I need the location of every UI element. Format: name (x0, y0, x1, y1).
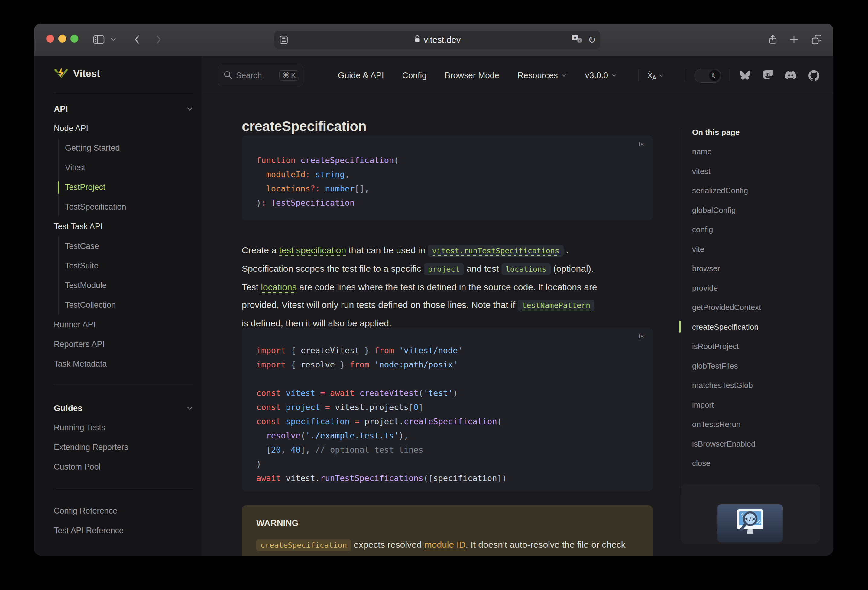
outline-item-ontestsrerun[interactable]: onTestsRerun (692, 415, 819, 434)
sidebar-item-testcase[interactable]: TestCase (65, 237, 193, 256)
outline-item-serializedconfig[interactable]: serializedConfig (692, 181, 819, 200)
outline-item-globalconfig[interactable]: globalConfig (692, 200, 819, 220)
sidebar-item-runner-api[interactable]: Runner API (54, 315, 193, 334)
code-block-example: ts import { createVitest } from 'vitest/… (242, 328, 653, 491)
bluesky-icon[interactable] (740, 71, 750, 80)
language-switcher[interactable]: ẋA (648, 65, 664, 86)
code-line: const project = vitest.projects[0] (256, 400, 507, 414)
code-line: import { createVitest } from 'vitest/nod… (256, 343, 507, 358)
code-line: [20, 40], // optional test lines (256, 443, 507, 457)
sidebar-section-api[interactable]: API (54, 99, 193, 119)
svg-text:m: m (766, 72, 770, 77)
sidebar-item-testcollection[interactable]: TestCollection (65, 295, 193, 315)
code-block-1-code: function createSpecification( moduleId: … (256, 153, 399, 210)
outline-item-vite[interactable]: vite (692, 240, 819, 259)
social-links: m (740, 65, 819, 86)
sidebar-item-testspecification[interactable]: TestSpecification (65, 197, 193, 217)
outline-item-config[interactable]: config (692, 220, 819, 240)
github-icon[interactable] (809, 70, 819, 81)
navbar-separator (685, 69, 685, 81)
doc-link[interactable]: test specification (279, 245, 346, 255)
nav-link-guide-api[interactable]: Guide & API (338, 71, 384, 80)
sidebar-section-label: Guides (54, 398, 83, 418)
close-window-button[interactable] (46, 35, 54, 43)
outline-item-provide[interactable]: provide (692, 278, 819, 298)
browser-window: vitest.dev Ax ↻ (34, 24, 833, 556)
text-run: are code lines where the test is defined… (297, 282, 597, 292)
nav-link-config[interactable]: Config (402, 71, 427, 80)
outline-item-globtestfiles[interactable]: globTestFiles (692, 356, 819, 376)
inline-code[interactable]: testNamePattern (518, 300, 595, 311)
sidebar-item-testsuite[interactable]: TestSuite (65, 256, 193, 276)
chevron-down-icon (186, 406, 193, 410)
share-icon[interactable] (768, 34, 778, 45)
outline-item-isbrowserenabled[interactable]: isBrowserEnabled (692, 434, 819, 454)
mastodon-icon[interactable]: m (763, 70, 773, 81)
outline-item-matchestestglob[interactable]: matchesTestGlob (692, 376, 819, 395)
sidebar-item-extending-reporters[interactable]: Extending Reporters (54, 437, 193, 457)
inline-code: project (424, 263, 464, 275)
sidebar-divider (54, 386, 193, 386)
outline-item-getprovidedcontext[interactable]: getProvidedContext (692, 298, 819, 317)
text-run: expects resolved (351, 540, 424, 550)
warning-callout: WARNING createSpecification expects reso… (242, 505, 653, 556)
outline-item-name[interactable]: name (692, 142, 819, 162)
back-button[interactable] (133, 34, 141, 45)
sidebar-item-test-task-api[interactable]: Test Task API (54, 217, 193, 237)
sidebar-item-getting-started[interactable]: Getting Started (65, 138, 193, 158)
sidebar-divider (54, 489, 193, 489)
theme-toggle[interactable]: ☾ (695, 69, 721, 83)
nav-link-browser-mode[interactable]: Browser Mode (444, 71, 499, 80)
inline-code[interactable]: vitest.runTestSpecifications (428, 245, 563, 257)
sidebar-item-reporters-api[interactable]: Reporters API (54, 334, 193, 354)
sidebar-nav: APINode APIGetting StartedVitestTestProj… (54, 99, 193, 540)
forward-button[interactable] (154, 34, 163, 45)
reader-view-icon[interactable] (279, 35, 288, 46)
code-line: const specification = project.createSpec… (256, 414, 507, 428)
sponsor-card[interactable]: </> (681, 484, 820, 543)
translate-icon[interactable]: Ax (571, 34, 582, 45)
outline-list: namevitestserializedConfigglobalConfigco… (692, 142, 819, 473)
outline-item-createspecification[interactable]: createSpecification (692, 317, 819, 337)
doc-link[interactable]: module ID (424, 540, 466, 550)
nav-dropdown-resources[interactable]: Resources (517, 71, 567, 80)
outline-item-vitest[interactable]: vitest (692, 162, 819, 181)
search-placeholder: Search (236, 71, 262, 80)
reload-icon[interactable]: ↻ (588, 35, 596, 45)
sidebar-item-config-reference[interactable]: Config Reference (54, 501, 193, 521)
outline-item-isrootproject[interactable]: isRootProject (692, 337, 819, 356)
discord-icon[interactable] (785, 71, 796, 80)
doc-link[interactable]: locations (261, 282, 297, 292)
sidebar-item-running-tests[interactable]: Running Tests (54, 418, 193, 437)
outline-item-browser[interactable]: browser (692, 259, 819, 278)
code-language-badge: ts (639, 333, 644, 340)
chevron-down-icon (561, 74, 567, 78)
sidebar-item-node-api[interactable]: Node API (54, 119, 193, 138)
sidebar-item-test-api-reference[interactable]: Test API Reference (54, 521, 193, 540)
desktop: vitest.dev Ax ↻ (0, 0, 868, 590)
tab-overview-icon[interactable] (812, 34, 822, 45)
sidebar-item-custom-pool[interactable]: Custom Pool (54, 457, 193, 477)
sidebar-menu-chevron-icon[interactable] (110, 37, 117, 42)
site-logo[interactable]: Vitest (54, 66, 100, 81)
outline-item-import[interactable]: import (692, 395, 819, 415)
sidebar-item-testproject[interactable]: TestProject (65, 178, 193, 197)
outline-item-close[interactable]: close (692, 453, 819, 473)
sidebar-item-task-metadata[interactable]: Task Metadata (54, 354, 193, 374)
sidebar-section-guides[interactable]: Guides (54, 398, 193, 418)
nav-dropdown-version[interactable]: v3.0.0 (585, 71, 617, 80)
search-input[interactable]: Search ⌘ K (218, 65, 303, 86)
text-run: Create a (242, 245, 279, 255)
minimize-window-button[interactable] (58, 35, 66, 43)
new-tab-icon[interactable] (789, 35, 799, 44)
code-line: resolve('./example.test.ts'), (256, 428, 507, 443)
sidebar-item-testmodule[interactable]: TestModule (65, 276, 193, 295)
sidebar-item-vitest[interactable]: Vitest (65, 158, 193, 178)
outline-divider (680, 130, 680, 495)
sidebar-toggle-icon[interactable] (93, 34, 105, 45)
address-bar[interactable]: vitest.dev Ax ↻ (275, 31, 600, 49)
moon-icon: ☾ (712, 72, 717, 79)
sidebar-group: Getting StartedVitestTestProjectTestSpec… (58, 138, 193, 217)
zoom-window-button[interactable] (71, 35, 78, 43)
doc-paragraph: Create a test specification that can be … (242, 241, 659, 332)
